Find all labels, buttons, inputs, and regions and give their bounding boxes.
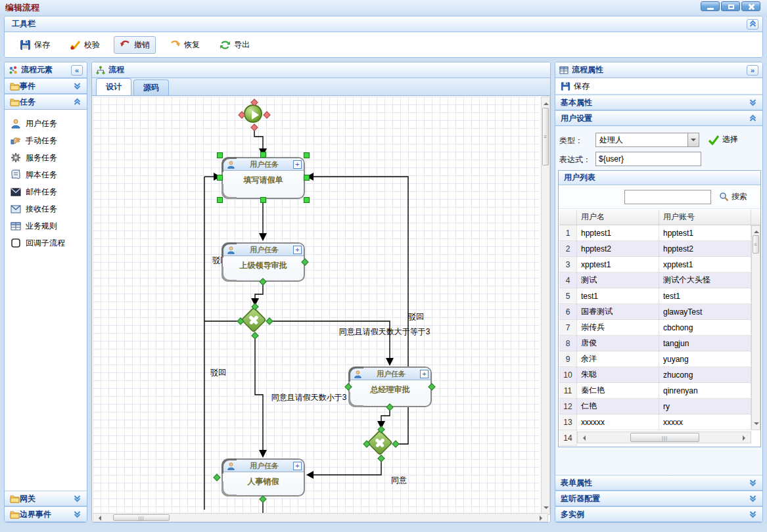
section-gateways-label: 网关 — [20, 493, 35, 504]
redo-button[interactable]: 恢复 — [164, 36, 206, 54]
palette-item-user-task[interactable]: 用户任务 — [5, 115, 87, 132]
canvas-hscroll-thumb[interactable]: ||| — [113, 514, 170, 521]
selection-handle[interactable] — [217, 197, 223, 203]
edge-label-agree[interactable]: 同意 — [391, 475, 407, 486]
user-icon — [11, 118, 21, 129]
table-row[interactable]: 13xxxxxxxxxxx — [559, 414, 751, 430]
edge-label-agree-lt3[interactable]: 同意且请假天数小于3 — [271, 392, 347, 403]
dropdown-arrow-icon[interactable] — [687, 133, 699, 146]
folder-open-icon — [10, 98, 20, 106]
selection-handle[interactable] — [260, 152, 266, 158]
expression-input[interactable] — [595, 152, 701, 166]
canvas-vscrollbar[interactable]: ≡ — [541, 97, 550, 515]
table-row[interactable]: 2hpptest2hpptest2 — [559, 241, 751, 257]
toolbar-collapse-button[interactable] — [747, 19, 758, 30]
edge-label-reject-2[interactable]: 驳回 — [210, 367, 226, 378]
expand-plus-button[interactable]: + — [420, 370, 429, 378]
expand-plus-button[interactable]: + — [293, 160, 302, 169]
type-select[interactable]: 处理人 — [595, 133, 699, 147]
maximize-button[interactable] — [721, 1, 740, 11]
properties-expand-button[interactable]: » — [747, 65, 758, 76]
palette-item-manual-task[interactable]: 手动任务 — [5, 132, 87, 149]
undo-button[interactable]: 撤销 — [114, 36, 156, 54]
selection-handle[interactable] — [217, 175, 223, 181]
palette-item-script-task[interactable]: 脚本任务 — [5, 166, 87, 183]
palette-item-service-task[interactable]: 服务任务 — [5, 149, 87, 166]
scroll-left-arrow[interactable] — [96, 516, 101, 521]
expand-plus-button[interactable]: + — [293, 462, 302, 470]
scroll-down-arrow[interactable] — [544, 506, 549, 512]
canvas-vscroll-thumb[interactable]: ≡ — [542, 108, 549, 166]
task-node-fill-leave-form[interactable]: 用户任务 + 填写请假单 — [221, 157, 305, 199]
table-row[interactable]: 6国睿测试glawayTest — [559, 304, 751, 320]
table-row[interactable]: 7崇传兵cbchong — [559, 320, 751, 336]
search-button[interactable]: 搜索 — [719, 191, 747, 202]
table-hscroll-thumb[interactable]: ||| — [630, 433, 699, 442]
table-row[interactable]: 11秦仁艳qinrenyan — [559, 383, 751, 399]
section-user-settings[interactable]: 用户设置 — [555, 110, 762, 126]
validate-button[interactable]: 校验 — [64, 36, 106, 54]
section-gateways[interactable]: 网关 — [5, 491, 87, 506]
section-listener-config[interactable]: 监听器配置 — [555, 491, 762, 506]
table-row[interactable]: 5test1test1 — [559, 288, 751, 304]
selection-handle[interactable] — [304, 197, 310, 203]
palette-item-mail-task[interactable]: 邮件任务 — [5, 183, 87, 200]
search-input[interactable] — [624, 190, 711, 204]
section-boundary-events[interactable]: 边界事件 — [5, 506, 87, 522]
selection-handle[interactable] — [260, 197, 266, 203]
table-row[interactable]: 1hpptest1hpptest1 — [559, 225, 751, 241]
section-basic-properties[interactable]: 基本属性 — [555, 95, 762, 110]
user-list-panel: 用户列表 搜索 用户名 用户账号 1hpptest1hpptest12hp — [558, 170, 761, 447]
scroll-up-arrow[interactable] — [544, 100, 549, 105]
column-header-account[interactable]: 用户账号 — [659, 210, 751, 225]
palette-collapse-button[interactable]: « — [71, 65, 83, 76]
table-row[interactable]: 9余洋yuyang — [559, 351, 751, 367]
scroll-right-arrow[interactable] — [540, 516, 545, 521]
column-header-username[interactable]: 用户名 — [577, 210, 659, 225]
table-row[interactable]: 12仁艳ry — [559, 399, 751, 414]
selection-handle[interactable] — [304, 175, 310, 181]
choose-button[interactable]: 选择 — [708, 134, 738, 145]
selection-handle[interactable] — [217, 152, 223, 158]
save-button[interactable]: 保存 — [14, 36, 56, 54]
selection-handle[interactable] — [304, 152, 310, 158]
close-button[interactable] — [741, 1, 760, 11]
table-vscrollbar[interactable]: ≡ — [751, 225, 760, 430]
tab-design[interactable]: 设计 — [96, 78, 131, 95]
section-form-properties[interactable]: 表单属性 — [555, 475, 762, 491]
tab-source[interactable]: 源码 — [133, 79, 169, 95]
minimize-button[interactable] — [701, 1, 720, 11]
task-node-supervisor-approval[interactable]: 用户任务 + 上级领导审批 — [221, 242, 305, 282]
task-node-gm-approval[interactable]: 用户任务 + 总经理审批 — [348, 366, 432, 407]
expand-plus-button[interactable]: + — [293, 246, 302, 254]
section-tasks-label: 任务 — [20, 97, 35, 108]
scroll-up-arrow[interactable] — [754, 228, 759, 233]
table-cell: tangjun — [659, 336, 751, 351]
canvas-hscrollbar[interactable]: ||| — [93, 513, 548, 522]
palette-item-receive-task[interactable]: 接收任务 — [5, 200, 87, 217]
flow-canvas[interactable]: 驳回 驳回 驳回 同意且请假天数大于等于3 同意且请假天数小于3 同意 用户任务 — [93, 97, 539, 516]
edge-label-agree-ge3[interactable]: 同意且请假天数大于等于3 — [339, 326, 430, 338]
edge-label-reject-3[interactable]: 驳回 — [408, 311, 424, 322]
palette-item-business-rule[interactable]: 业务规则 — [5, 217, 87, 234]
palette-item-callback-subprocess[interactable]: 回调子流程 — [5, 234, 87, 252]
table-row[interactable]: 4测试测试个大头怪 — [559, 273, 751, 288]
section-tasks[interactable]: 任务 — [5, 94, 87, 110]
properties-save-button[interactable]: 保存 — [555, 78, 762, 95]
table-row[interactable]: 8唐俊tangjun — [559, 336, 751, 351]
start-event-node[interactable] — [244, 104, 262, 123]
scroll-down-arrow[interactable] — [754, 422, 759, 428]
export-button[interactable]: 导出 — [214, 36, 256, 54]
task-type-label: 用户任务 — [235, 461, 293, 471]
task-node-hr-cancel-leave[interactable]: 用户任务 + 人事销假 — [221, 458, 305, 497]
table-row[interactable]: 3xpptest1xpptest1 — [559, 257, 751, 273]
section-multi-instance[interactable]: 多实例 — [555, 506, 762, 522]
table-row[interactable]: 10朱聪zhucong — [559, 367, 751, 383]
section-events[interactable]: 事件 — [5, 78, 87, 94]
scroll-right-arrow[interactable] — [743, 435, 748, 441]
scroll-left-arrow[interactable] — [580, 435, 586, 441]
table-vscroll-thumb[interactable]: ≡ — [753, 235, 759, 254]
row-number: 5 — [559, 288, 577, 304]
table-hscrollbar[interactable]: ||| — [577, 432, 751, 443]
column-header-num[interactable] — [559, 210, 577, 225]
